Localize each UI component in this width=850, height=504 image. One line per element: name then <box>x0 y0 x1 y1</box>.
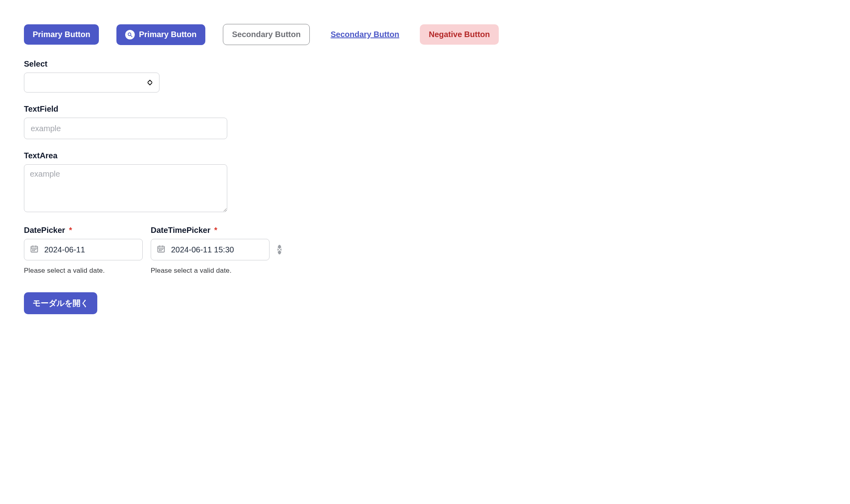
svg-point-16 <box>161 249 161 250</box>
textarea-group: TextArea <box>24 151 826 214</box>
select-wrap <box>24 73 159 93</box>
textfield-group: TextField <box>24 104 826 139</box>
datepicker-value[interactable] <box>44 245 145 254</box>
search-icon <box>125 30 135 39</box>
datepicker-label-text: DatePicker <box>24 226 65 234</box>
datetimepicker-value[interactable] <box>171 245 272 254</box>
close-icon <box>277 247 281 253</box>
datetimepicker-help: Please select a valid date. <box>151 267 270 275</box>
negative-button[interactable]: Negative Button <box>420 24 498 45</box>
calendar-icon <box>30 244 39 255</box>
svg-point-7 <box>34 249 34 250</box>
button-row: Primary Button Primary Button Secondary … <box>24 24 826 45</box>
date-row: DatePicker * <box>24 226 826 275</box>
textfield-input[interactable] <box>24 118 227 139</box>
secondary-button-link-label: Secondary Button <box>331 30 399 39</box>
svg-point-10 <box>34 250 34 251</box>
datepicker-input-wrap[interactable] <box>24 239 143 260</box>
calendar-icon <box>157 244 165 255</box>
primary-button-1-label: Primary Button <box>33 30 90 39</box>
datetimepicker-label: DateTimePicker * <box>151 226 270 235</box>
textarea-input[interactable] <box>24 164 227 212</box>
svg-point-17 <box>162 249 163 250</box>
negative-button-label: Negative Button <box>429 30 490 39</box>
datetimepicker-group: DateTimePicker * <box>151 226 270 275</box>
datepicker-help: Please select a valid date. <box>24 267 143 275</box>
svg-point-9 <box>33 250 33 251</box>
open-modal-button-label: モーダルを開く <box>33 298 89 309</box>
svg-line-1 <box>131 35 132 37</box>
select-input[interactable] <box>24 73 159 93</box>
datepicker-group: DatePicker * <box>24 226 143 275</box>
modal-button-wrap: モーダルを開く <box>24 292 826 314</box>
primary-button-2[interactable]: Primary Button <box>116 24 205 45</box>
select-label: Select <box>24 59 826 69</box>
primary-button-2-label: Primary Button <box>139 30 196 39</box>
secondary-button-outline[interactable]: Secondary Button <box>223 24 310 45</box>
open-modal-button[interactable]: モーダルを開く <box>24 292 97 314</box>
datepicker-label: DatePicker * <box>24 226 143 235</box>
svg-point-8 <box>35 249 36 250</box>
textarea-label: TextArea <box>24 151 826 160</box>
secondary-button-link[interactable]: Secondary Button <box>327 24 402 45</box>
svg-point-6 <box>33 249 33 250</box>
datetimepicker-label-text: DateTimePicker <box>151 226 211 234</box>
required-indicator: * <box>69 226 72 234</box>
datetimepicker-clear-button[interactable] <box>277 245 281 254</box>
textfield-label: TextField <box>24 104 826 114</box>
required-indicator: * <box>214 226 217 234</box>
svg-point-19 <box>161 250 161 251</box>
datetimepicker-input-wrap[interactable] <box>151 239 270 260</box>
secondary-button-outline-label: Secondary Button <box>232 30 301 39</box>
primary-button-1[interactable]: Primary Button <box>24 24 99 45</box>
svg-point-15 <box>159 249 160 250</box>
select-field-group: Select <box>24 59 826 93</box>
svg-point-18 <box>159 250 160 251</box>
